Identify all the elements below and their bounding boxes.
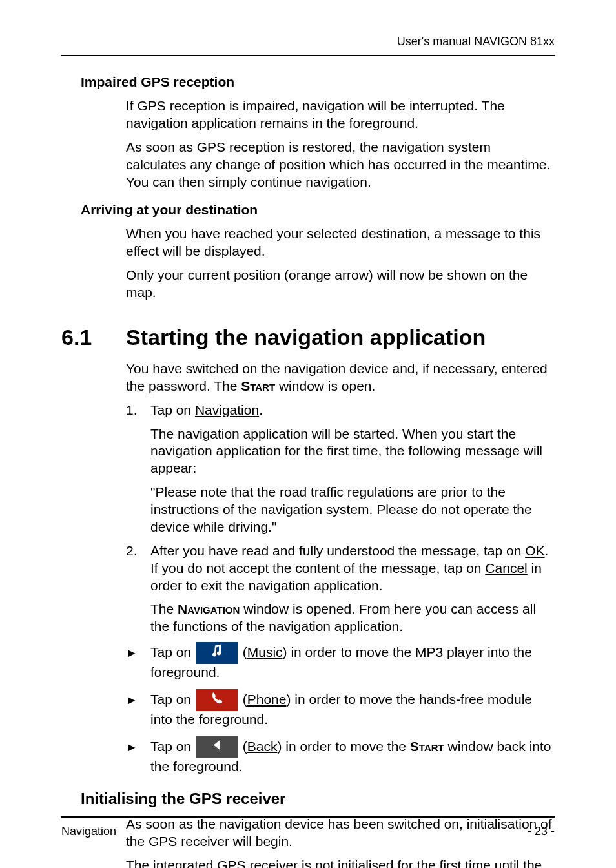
step-2-sub-a: The xyxy=(150,601,178,616)
init-gps-para-2: The integrated GPS receiver is not initi… xyxy=(126,857,555,869)
step-2-text: After you have read and fully understood… xyxy=(150,542,555,595)
running-header: User's manual NAVIGON 81xx xyxy=(61,35,555,48)
step-1-sub-2: "Please note that the road traffic regul… xyxy=(150,484,555,536)
back-icon[interactable] xyxy=(196,736,238,758)
start-window-label-2: Start xyxy=(410,738,444,753)
intro-para: You have switched on the navigation devi… xyxy=(126,360,555,395)
step-2-number: 2. xyxy=(126,542,150,595)
step-1-post: . xyxy=(259,402,263,417)
back-link[interactable]: Back xyxy=(247,738,278,753)
bullet-back-post-a: ) in order to move the xyxy=(277,738,409,753)
bullet-marker-1: ► xyxy=(126,642,150,661)
bullet-phone-text: Tap on (Phone) in order to move the hand… xyxy=(150,689,555,728)
paren-2: ( xyxy=(239,692,247,707)
phone-icon[interactable] xyxy=(196,689,238,711)
music-icon[interactable] xyxy=(196,642,238,664)
heading-impaired-gps: Impaired GPS reception xyxy=(81,74,555,90)
bullet-phone-pre: Tap on xyxy=(150,692,195,707)
bullet-music: ► Tap on (Music) in order to move the MP… xyxy=(126,642,555,681)
ok-link[interactable]: OK xyxy=(525,543,544,558)
arriving-para-2: Only your current position (orange arrow… xyxy=(126,267,555,302)
arriving-para-1: When you have reached your selected dest… xyxy=(126,225,555,260)
bullet-back: ► Tap on (Back) in order to move the Sta… xyxy=(126,736,555,776)
heading-arriving: Arriving at your destination xyxy=(81,202,555,218)
step-2-a: After you have read and fully understood… xyxy=(150,543,525,558)
step-1-pre: Tap on xyxy=(150,402,195,417)
footer-rule xyxy=(61,816,555,818)
bullet-back-pre: Tap on xyxy=(150,738,195,753)
bullet-back-text: Tap on (Back) in order to move the Start… xyxy=(150,736,555,776)
paren-1: ( xyxy=(239,645,247,659)
footer-left: Navigation xyxy=(61,825,116,838)
bullet-phone: ► Tap on (Phone) in order to move the ha… xyxy=(126,689,555,728)
bullet-music-text: Tap on (Music) in order to move the MP3 … xyxy=(150,642,555,681)
intro-text-c: window is open. xyxy=(275,378,375,393)
impaired-gps-para-1: If GPS reception is impaired, navigation… xyxy=(126,98,555,132)
step-1-number: 1. xyxy=(126,402,150,419)
footer: Navigation - 23 - xyxy=(61,825,555,838)
music-link[interactable]: Music xyxy=(247,645,283,659)
navigation-link[interactable]: Navigation xyxy=(195,402,259,417)
phone-link[interactable]: Phone xyxy=(247,692,287,707)
header-rule xyxy=(61,55,555,56)
step-1-text: Tap on Navigation. xyxy=(150,402,555,419)
navigation-window-label: Navigation xyxy=(178,601,240,616)
step-2-sub: The Navigation window is opened. From he… xyxy=(150,601,555,636)
footer-right: - 23 - xyxy=(528,825,555,838)
step-1: 1. Tap on Navigation. xyxy=(126,402,555,419)
heading-6-1-number: 6.1 xyxy=(61,325,126,350)
heading-6-1-title: Starting the navigation application xyxy=(126,325,486,350)
step-2: 2. After you have read and fully underst… xyxy=(126,542,555,595)
start-window-label: Start xyxy=(241,378,275,393)
heading-initialising-gps: Initialising the GPS receiver xyxy=(81,790,555,808)
cancel-link[interactable]: Cancel xyxy=(485,561,527,575)
bullet-marker-3: ► xyxy=(126,736,150,755)
bullet-music-pre: Tap on xyxy=(150,645,195,659)
impaired-gps-para-2: As soon as GPS reception is restored, th… xyxy=(126,139,555,191)
heading-6-1: 6.1 Starting the navigation application xyxy=(61,325,555,350)
paren-3: ( xyxy=(239,738,247,753)
step-1-sub-1: The navigation application will be start… xyxy=(150,426,555,478)
bullet-marker-2: ► xyxy=(126,689,150,708)
